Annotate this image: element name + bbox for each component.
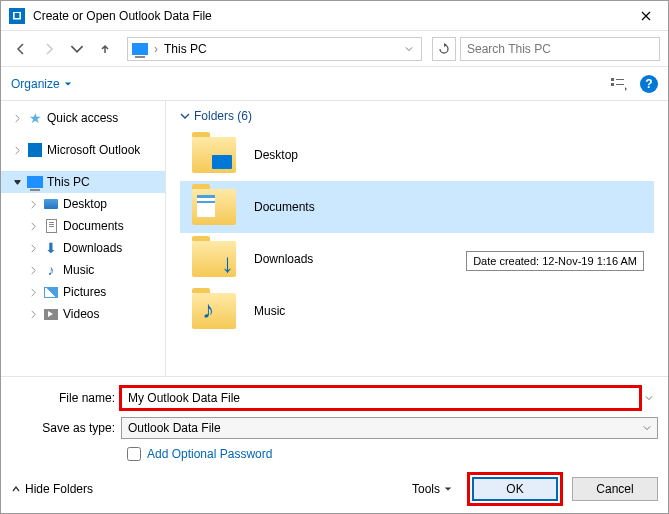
sidebar-item-label: Desktop [63, 197, 107, 211]
folder-item-desktop[interactable]: Desktop [180, 129, 654, 181]
folder-item-music[interactable]: ♪ Music [180, 285, 654, 337]
chevron-right-icon[interactable] [11, 112, 23, 124]
tools-menu[interactable]: Tools [412, 482, 452, 496]
ok-button[interactable]: OK [472, 477, 558, 501]
address-dropdown[interactable] [401, 42, 417, 56]
bottom-panel: File name: Save as type: Outlook Data Fi… [1, 376, 668, 513]
music-icon: ♪ [43, 262, 59, 278]
svg-rect-2 [611, 83, 614, 86]
folder-label: Music [254, 304, 285, 318]
folders-group-header[interactable]: Folders (6) [180, 109, 654, 123]
add-password-checkbox[interactable] [127, 447, 141, 461]
pictures-icon [43, 284, 59, 300]
folder-label: Documents [254, 200, 315, 214]
recent-locations-button[interactable] [65, 37, 89, 61]
hide-folders-label: Hide Folders [25, 482, 93, 496]
sidebar-item-pictures[interactable]: Pictures [1, 281, 165, 303]
videos-icon [43, 306, 59, 322]
tooltip: Date created: 12-Nov-19 1:16 AM [466, 251, 644, 271]
star-icon: ★ [27, 110, 43, 126]
tools-label: Tools [412, 482, 440, 496]
desktop-icon [43, 196, 59, 212]
documents-icon [43, 218, 59, 234]
filename-label: File name: [11, 391, 121, 405]
address-location: This PC [164, 42, 395, 56]
folder-label: Desktop [254, 148, 298, 162]
folder-label: Downloads [254, 252, 313, 266]
sidebar-item-music[interactable]: ♪Music [1, 259, 165, 281]
sidebar-item-downloads[interactable]: ⬇Downloads [1, 237, 165, 259]
chevron-right-icon[interactable] [11, 144, 23, 156]
sidebar-this-pc[interactable]: This PC [1, 171, 165, 193]
toolbar: Organize ? [1, 67, 668, 101]
breadcrumb-separator: › [154, 42, 158, 56]
filename-input[interactable] [121, 387, 640, 409]
pc-icon [132, 43, 148, 55]
chevron-right-icon[interactable] [27, 220, 39, 232]
outlook-icon [27, 142, 43, 158]
hide-folders-button[interactable]: Hide Folders [11, 482, 93, 496]
sidebar-item-label: Quick access [47, 111, 118, 125]
forward-button[interactable] [37, 37, 61, 61]
add-password-label[interactable]: Add Optional Password [147, 447, 272, 461]
title-bar: Create or Open Outlook Data File [1, 1, 668, 31]
saveas-value: Outlook Data File [128, 421, 221, 435]
chevron-right-icon[interactable] [27, 242, 39, 254]
chevron-right-icon[interactable] [27, 198, 39, 210]
window-title: Create or Open Outlook Data File [33, 9, 623, 23]
search-placeholder: Search This PC [467, 42, 551, 56]
sidebar-item-label: Pictures [63, 285, 106, 299]
organize-label: Organize [11, 77, 60, 91]
downloads-icon: ⬇ [43, 240, 59, 256]
main-area: ★ Quick access Microsoft Outlook This PC… [1, 101, 668, 376]
sidebar-item-label: This PC [47, 175, 90, 189]
chevron-right-icon[interactable] [27, 308, 39, 320]
folder-icon [192, 137, 236, 173]
sidebar-item-label: Downloads [63, 241, 122, 255]
help-button[interactable]: ? [640, 75, 658, 93]
folder-icon: ↓ [192, 241, 236, 277]
chevron-right-icon[interactable] [27, 264, 39, 276]
view-options-button[interactable] [606, 73, 632, 95]
svg-rect-1 [616, 79, 624, 80]
sidebar-item-desktop[interactable]: Desktop [1, 193, 165, 215]
pc-icon [27, 174, 43, 190]
folders-header-label: Folders (6) [194, 109, 252, 123]
sidebar-item-documents[interactable]: Documents [1, 215, 165, 237]
chevron-right-icon[interactable] [27, 286, 39, 298]
svg-rect-3 [616, 84, 624, 85]
refresh-button[interactable] [432, 37, 456, 61]
close-button[interactable] [623, 1, 668, 30]
sidebar-item-label: Microsoft Outlook [47, 143, 140, 157]
address-bar[interactable]: › This PC [127, 37, 422, 61]
filename-dropdown[interactable] [640, 391, 658, 405]
cancel-button[interactable]: Cancel [572, 477, 658, 501]
folder-icon: ♪ [192, 293, 236, 329]
sidebar-item-label: Documents [63, 219, 124, 233]
sidebar-item-label: Music [63, 263, 94, 277]
folder-item-documents[interactable]: Documents [180, 181, 654, 233]
saveas-label: Save as type: [11, 421, 121, 435]
search-input[interactable]: Search This PC [460, 37, 660, 61]
sidebar-item-videos[interactable]: Videos [1, 303, 165, 325]
chevron-down-icon[interactable] [11, 176, 23, 188]
back-button[interactable] [9, 37, 33, 61]
chevron-down-icon [643, 421, 651, 435]
up-button[interactable] [93, 37, 117, 61]
nav-bar: › This PC Search This PC [1, 31, 668, 67]
saveas-combobox[interactable]: Outlook Data File [121, 417, 658, 439]
outlook-app-icon [9, 8, 25, 24]
ok-label: OK [506, 482, 523, 496]
sidebar-quick-access[interactable]: ★ Quick access [1, 107, 165, 129]
svg-rect-0 [611, 78, 614, 81]
folder-icon [192, 189, 236, 225]
sidebar-outlook[interactable]: Microsoft Outlook [1, 139, 165, 161]
organize-menu[interactable]: Organize [11, 77, 72, 91]
content-pane: Folders (6) Desktop Documents ↓ Download… [166, 101, 668, 376]
cancel-label: Cancel [596, 482, 633, 496]
sidebar: ★ Quick access Microsoft Outlook This PC… [1, 101, 166, 376]
sidebar-item-label: Videos [63, 307, 99, 321]
